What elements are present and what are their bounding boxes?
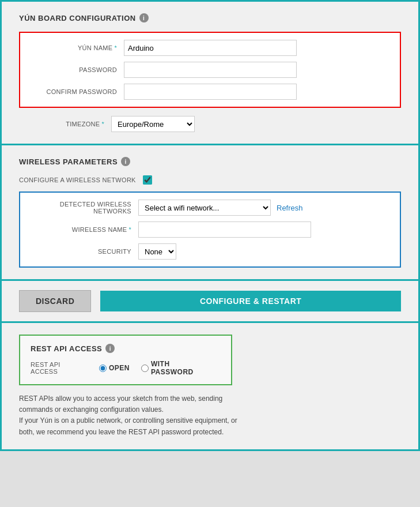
rest-api-info-icon[interactable]: i <box>105 344 115 353</box>
wireless-title: WIRELESS PARAMETERS i <box>19 157 401 166</box>
detected-networks-label: DETECTED WIRELESS NETWORKS <box>32 201 138 215</box>
yun-board-section: YÚN BOARD CONFIGURATION i YÚN NAME* PASS… <box>2 2 418 145</box>
with-password-label: WITH PASSWORD <box>151 360 213 376</box>
rest-desc-line2: commands or exchanging configuration val… <box>19 405 164 414</box>
rest-api-section: REST API ACCESS i REST API ACCESS OPEN W… <box>2 323 418 449</box>
open-radio-input[interactable] <box>99 365 107 372</box>
security-row: SECURITY None WEP WPA <box>32 243 388 260</box>
rest-api-title-text: REST API ACCESS <box>31 344 102 353</box>
wireless-blue-box: DETECTED WIRELESS NETWORKS Select a wifi… <box>19 191 401 268</box>
password-label: PASSWORD <box>32 66 124 73</box>
confirm-password-input[interactable] <box>124 84 297 100</box>
rest-api-access-label: REST API ACCESS <box>31 361 88 375</box>
discard-button[interactable]: DISCARD <box>19 290 91 312</box>
wireless-title-text: WIRELESS PARAMETERS <box>19 157 118 166</box>
yun-name-row: YÚN NAME* <box>32 40 388 56</box>
rest-desc-line4: both, we recommend you leave the REST AP… <box>19 428 224 436</box>
confirm-password-row: CONFIRM PASSWORD <box>32 84 388 100</box>
wireless-section: WIRELESS PARAMETERS i CONFIGURE A WIRELE… <box>2 145 418 281</box>
yun-board-info-icon[interactable]: i <box>139 13 149 22</box>
yun-name-input[interactable] <box>124 40 297 56</box>
detected-networks-row: DETECTED WIRELESS NETWORKS Select a wifi… <box>32 200 388 216</box>
rest-api-title: REST API ACCESS i <box>31 344 221 353</box>
with-password-radio-input[interactable] <box>141 365 149 372</box>
wireless-name-label: WIRELESS NAME* <box>32 226 138 233</box>
configure-restart-button[interactable]: CONFIGURE & RESTART <box>100 291 401 311</box>
security-select[interactable]: None WEP WPA <box>138 243 176 260</box>
yun-board-red-box: YÚN NAME* PASSWORD CONFIRM PASSWORD <box>19 32 401 108</box>
open-radio-option[interactable]: OPEN <box>99 364 130 372</box>
open-label: OPEN <box>109 364 130 372</box>
password-row: PASSWORD <box>32 62 388 78</box>
confirm-password-label: CONFIRM PASSWORD <box>32 88 124 95</box>
timezone-select[interactable]: Europe/Rome UTC America/New_York Asia/To… <box>111 116 195 132</box>
rest-api-description: REST APIs allow you to access your sketc… <box>19 393 284 438</box>
configure-wireless-checkbox[interactable] <box>143 175 152 185</box>
with-password-radio-option[interactable]: WITH PASSWORD <box>141 360 213 376</box>
wireless-info-icon[interactable]: i <box>121 157 130 166</box>
yun-board-title-text: YÚN BOARD CONFIGURATION <box>19 14 136 22</box>
main-container: YÚN BOARD CONFIGURATION i YÚN NAME* PASS… <box>0 0 420 451</box>
yun-name-label: YÚN NAME* <box>32 44 124 51</box>
yun-board-title: YÚN BOARD CONFIGURATION i <box>19 13 401 22</box>
configure-wireless-row: CONFIGURE A WIRELESS NETWORK <box>19 175 401 185</box>
rest-desc-line3: If your Yún is on a public network, or c… <box>19 416 237 425</box>
timezone-label: TIMEZONE* <box>19 121 111 127</box>
timezone-row: TIMEZONE* Europe/Rome UTC America/New_Yo… <box>19 116 401 132</box>
rest-desc-line1: REST APIs allow you to access your sketc… <box>19 395 222 403</box>
networks-select[interactable]: Select a wifi network... <box>138 200 271 216</box>
configure-wireless-label: CONFIGURE A WIRELESS NETWORK <box>19 176 136 183</box>
wireless-name-row: WIRELESS NAME* <box>32 221 388 238</box>
refresh-link[interactable]: Refresh <box>277 204 303 212</box>
password-input[interactable] <box>124 62 297 78</box>
rest-api-green-box: REST API ACCESS i REST API ACCESS OPEN W… <box>19 335 232 385</box>
rest-api-radio-row: REST API ACCESS OPEN WITH PASSWORD <box>31 360 221 376</box>
wireless-name-input[interactable] <box>138 221 311 238</box>
security-label: SECURITY <box>32 248 138 255</box>
buttons-section: DISCARD CONFIGURE & RESTART <box>2 281 418 323</box>
